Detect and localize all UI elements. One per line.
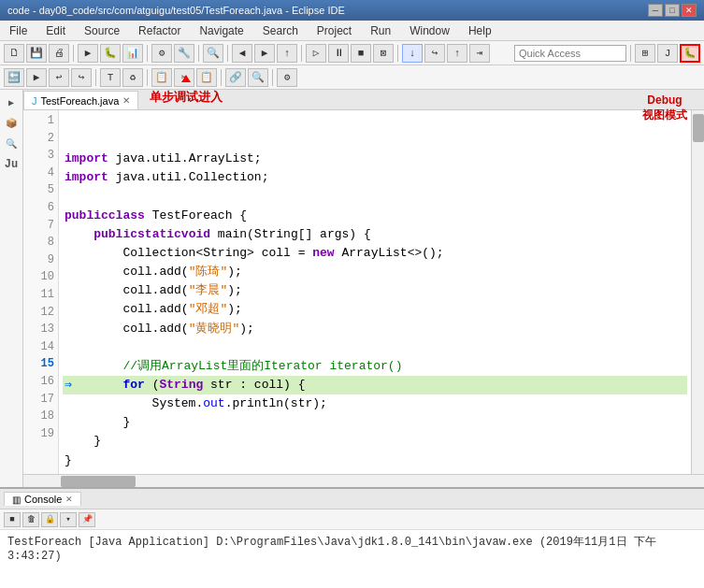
sep3 bbox=[198, 45, 199, 62]
tab-bar: J TestForeach.java ✕ bbox=[23, 90, 704, 110]
step-out-button[interactable]: ↑ bbox=[447, 44, 467, 63]
open-perspective-button[interactable]: ⊞ bbox=[635, 44, 655, 63]
search-button[interactable]: 🔍 bbox=[203, 44, 223, 63]
tb2-btn5[interactable]: T bbox=[100, 68, 121, 87]
run-config-button[interactable]: ⚙ bbox=[151, 44, 172, 63]
menu-help[interactable]: Help bbox=[463, 23, 497, 38]
sep9 bbox=[147, 69, 148, 86]
menu-bar: File Edit Source Refactor Navigate Searc… bbox=[0, 21, 704, 41]
tab-icon: J bbox=[32, 95, 37, 107]
editor-container: J TestForeach.java ✕ 1 2 3 4 5 6 7 8 9 bbox=[23, 90, 704, 487]
minimize-button[interactable]: ─ bbox=[648, 4, 663, 17]
back-button[interactable]: ◀ bbox=[232, 44, 252, 63]
menu-source[interactable]: Source bbox=[79, 23, 125, 38]
editor-tab-testforeach[interactable]: J TestForeach.java ✕ bbox=[23, 91, 138, 109]
tb2-btn2[interactable]: ▶ bbox=[26, 68, 47, 87]
code-line-2 bbox=[63, 131, 687, 150]
external-tool-button[interactable]: 🔧 bbox=[174, 44, 194, 63]
sidebar-icon3[interactable]: 🔍 bbox=[2, 135, 21, 153]
scroll-lock-button[interactable]: 🔒 bbox=[41, 512, 58, 527]
code-content[interactable]: import java.util.ArrayList; import java.… bbox=[59, 110, 691, 474]
h-scroll-thumb[interactable] bbox=[61, 476, 136, 487]
menu-window[interactable]: Window bbox=[404, 23, 455, 38]
bottom-tab-bar: ▥ Console ✕ bbox=[0, 489, 704, 509]
run-last-button[interactable]: ▶ bbox=[78, 44, 98, 63]
window-title: code - day08_code/src/com/atguigu/test05… bbox=[7, 5, 345, 16]
sep10 bbox=[221, 69, 222, 86]
title-bar: code - day08_code/src/com/atguigu/test05… bbox=[0, 0, 704, 21]
tb2-btn4[interactable]: ↪ bbox=[71, 68, 92, 87]
tb2-btn10[interactable]: 🔗 bbox=[225, 68, 246, 87]
step-over-button[interactable]: ↪ bbox=[424, 44, 445, 63]
console-view-menu-button[interactable]: ▾ bbox=[60, 512, 77, 527]
up-button[interactable]: ↑ bbox=[277, 44, 297, 63]
sidebar-icon1[interactable]: ▶ bbox=[2, 93, 21, 112]
pin-console-button[interactable]: 📌 bbox=[79, 512, 95, 527]
code-line-18: } bbox=[63, 432, 687, 451]
tb2-btn7[interactable]: 📋 bbox=[151, 68, 172, 87]
horizontal-scrollbar[interactable] bbox=[23, 474, 704, 487]
menu-run[interactable]: Run bbox=[365, 23, 396, 38]
save-button[interactable]: 💾 bbox=[26, 44, 47, 63]
sep11 bbox=[272, 69, 273, 86]
menu-file[interactable]: File bbox=[4, 23, 33, 38]
scroll-thumb[interactable] bbox=[693, 114, 704, 142]
bottom-panel: ▥ Console ✕ ■ 🗑 🔒 ▾ 📌 TestForeach [Java … bbox=[0, 487, 704, 588]
menu-project[interactable]: Project bbox=[311, 23, 357, 38]
sep2 bbox=[147, 45, 148, 62]
sep6 bbox=[397, 45, 398, 62]
tab-close-button[interactable]: ✕ bbox=[122, 95, 130, 106]
code-line-16: System.out.println(str); bbox=[63, 394, 687, 413]
console-toolbar: ■ 🗑 🔒 ▾ 📌 bbox=[0, 509, 704, 530]
tb2-btn6[interactable]: ♻ bbox=[122, 68, 143, 87]
tb2-btn3[interactable]: ↩ bbox=[49, 68, 69, 87]
main-area: ▶ 📦 🔍 Ju J TestForeach.java ✕ 1 2 bbox=[0, 90, 704, 487]
code-line-9: coll.add("陈琦"); bbox=[63, 263, 687, 281]
step-filter-button[interactable]: ⇥ bbox=[469, 44, 490, 63]
resume-button[interactable]: ▷ bbox=[306, 44, 326, 63]
tb2-btn9[interactable]: 📋 bbox=[196, 68, 217, 87]
menu-edit[interactable]: Edit bbox=[40, 23, 71, 38]
coverage-button[interactable]: 📊 bbox=[122, 44, 143, 63]
tb2-btn11[interactable]: 🔍 bbox=[248, 68, 268, 87]
terminate-console-button[interactable]: ■ bbox=[4, 512, 21, 527]
console-output-text: TestForeach [Java Application] D:\Progra… bbox=[7, 536, 656, 563]
menu-search[interactable]: Search bbox=[257, 23, 304, 38]
sep5 bbox=[301, 45, 302, 62]
java-perspective-button[interactable]: J bbox=[657, 44, 678, 63]
sidebar-icon4[interactable]: Ju bbox=[2, 155, 21, 174]
code-line-15: ⇒ for (String str : coll) { bbox=[63, 376, 687, 394]
quick-access-input[interactable] bbox=[514, 45, 626, 62]
suspend-button[interactable]: ⏸ bbox=[328, 44, 349, 63]
debug-button[interactable]: 🐛 bbox=[100, 44, 121, 63]
code-line-5 bbox=[63, 188, 687, 207]
sep7 bbox=[630, 45, 631, 62]
code-line-11: coll.add("邓超"); bbox=[63, 300, 687, 319]
sep1 bbox=[73, 45, 74, 62]
debug-perspective-button[interactable]: 🐛 bbox=[680, 44, 700, 63]
new-button[interactable]: 🗋 bbox=[4, 44, 24, 63]
tb2-btn1[interactable]: 🔙 bbox=[4, 68, 24, 87]
disconnect-button[interactable]: ⊠ bbox=[373, 44, 394, 63]
clear-console-button[interactable]: 🗑 bbox=[22, 512, 39, 527]
tb2-btn12[interactable]: ⚙ bbox=[277, 68, 297, 87]
menu-navigate[interactable]: Navigate bbox=[194, 23, 249, 38]
console-tab-close[interactable]: ✕ bbox=[65, 495, 73, 504]
eclipse-window: code - day08_code/src/com/atguigu/test05… bbox=[0, 0, 704, 588]
sidebar-icon2[interactable]: 📦 bbox=[2, 114, 21, 133]
terminate-button[interactable]: ■ bbox=[351, 44, 371, 63]
tb2-btn8[interactable]: ✂ bbox=[174, 68, 194, 87]
right-scrollbar[interactable] bbox=[691, 110, 704, 474]
tab-label: TestForeach.java bbox=[41, 95, 120, 107]
print-button[interactable]: 🖨 bbox=[49, 44, 69, 63]
sep8 bbox=[95, 69, 96, 86]
close-button[interactable]: ✕ bbox=[682, 4, 697, 17]
sep4 bbox=[227, 45, 228, 62]
menu-refactor[interactable]: Refactor bbox=[133, 23, 186, 38]
console-tab[interactable]: ▥ Console ✕ bbox=[4, 492, 81, 506]
step-into-button[interactable]: ↓ bbox=[402, 44, 423, 63]
forward-button[interactable]: ▶ bbox=[254, 44, 275, 63]
code-line-12: coll.add("黄晓明"); bbox=[63, 320, 687, 338]
quick-access-area bbox=[514, 45, 626, 62]
maximize-button[interactable]: □ bbox=[665, 4, 680, 17]
